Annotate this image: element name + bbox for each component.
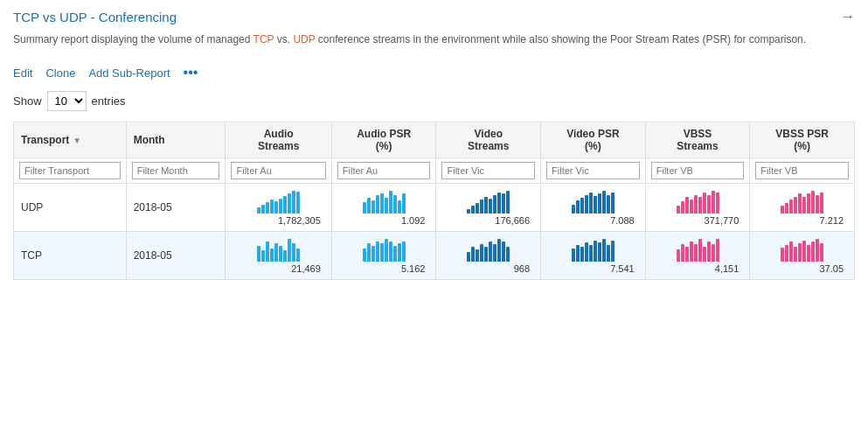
- mini-chart: [548, 237, 638, 262]
- clone-button[interactable]: Clone: [45, 66, 75, 80]
- col-header-vbss-psr: VBSS PSR(%): [750, 122, 855, 158]
- bar: [677, 206, 680, 214]
- chart-value: 371,770: [653, 215, 743, 226]
- bar: [261, 205, 265, 214]
- bar: [820, 192, 823, 214]
- mini-chart: [233, 189, 323, 214]
- bar: [611, 241, 615, 262]
- mini-chart: [653, 237, 743, 262]
- bar: [393, 246, 397, 262]
- mini-chart: [757, 189, 847, 214]
- cell-chart-2: 968: [436, 232, 541, 280]
- chart-value: 176,666: [443, 215, 533, 226]
- table-row: UDP2018-051,782,3051.092176,6667.088371,…: [14, 184, 855, 232]
- filter-input-7[interactable]: [755, 162, 849, 179]
- bar: [279, 246, 282, 262]
- col-header-audio-psr: Audio PSR(%): [331, 122, 436, 158]
- col-header-month: Month: [126, 122, 226, 158]
- bar: [789, 200, 793, 214]
- filter-cell-0: [14, 158, 127, 184]
- filter-input-2[interactable]: [231, 162, 325, 179]
- mini-chart: [653, 189, 743, 214]
- col-header-transport: Transport ▼: [14, 122, 127, 158]
- cell-chart-4: 4,151: [645, 232, 750, 280]
- bar: [402, 242, 406, 262]
- more-options-button[interactable]: •••: [184, 65, 198, 80]
- bar: [385, 239, 388, 262]
- cell-chart-3: 7.541: [541, 232, 646, 280]
- bar: [363, 248, 366, 262]
- bar: [266, 202, 269, 214]
- bar: [497, 239, 501, 262]
- edit-button[interactable]: Edit: [13, 66, 32, 80]
- cell-chart-3: 7.088: [541, 184, 646, 232]
- bar: [798, 193, 802, 214]
- entries-label: entries: [92, 94, 126, 108]
- chart-value: 5.162: [339, 263, 429, 274]
- bar: [712, 244, 715, 262]
- bar: [292, 191, 295, 214]
- chart-value: 7.212: [757, 215, 847, 226]
- bar: [484, 247, 488, 262]
- mini-chart: [339, 237, 429, 262]
- show-label: Show: [13, 94, 42, 108]
- bar: [607, 245, 610, 262]
- bar: [288, 239, 291, 262]
- bar: [493, 195, 496, 214]
- bar: [816, 195, 819, 214]
- bar: [781, 206, 784, 214]
- filter-row: [14, 158, 855, 184]
- bar: [372, 200, 375, 214]
- bar: [807, 193, 810, 214]
- bar: [489, 199, 492, 214]
- bar: [484, 197, 488, 214]
- col-header-video-streams: VideoStreams: [436, 122, 541, 158]
- mini-chart: [233, 237, 323, 262]
- bar: [703, 247, 706, 262]
- col-header-video-psr: Video PSR(%): [541, 122, 646, 158]
- bar: [716, 239, 719, 262]
- bar: [681, 244, 684, 262]
- bar: [480, 244, 483, 262]
- navigate-icon[interactable]: →: [841, 9, 855, 24]
- bar: [367, 243, 371, 262]
- bar: [380, 243, 384, 262]
- filter-input-4[interactable]: [441, 162, 535, 179]
- bar: [811, 242, 815, 262]
- chart-value: 4,151: [653, 263, 743, 274]
- cell-chart-1: 5.162: [331, 232, 436, 280]
- bar: [402, 193, 406, 214]
- bar: [476, 203, 479, 214]
- bar: [781, 248, 784, 262]
- bar: [589, 192, 593, 214]
- bar: [580, 247, 584, 262]
- bar: [257, 246, 260, 262]
- filter-input-1[interactable]: [132, 162, 220, 179]
- bar: [798, 243, 802, 262]
- filter-input-3[interactable]: [337, 162, 431, 179]
- bar: [802, 241, 806, 262]
- bar: [389, 242, 392, 262]
- bar: [502, 193, 505, 214]
- sort-icon[interactable]: ▼: [73, 136, 81, 145]
- bar: [292, 243, 295, 262]
- filter-input-0[interactable]: [19, 162, 121, 179]
- filter-input-6[interactable]: [651, 162, 745, 179]
- entries-select[interactable]: 10 25 50: [47, 91, 87, 111]
- mini-chart: [757, 237, 847, 262]
- bar: [789, 242, 793, 262]
- cell-chart-4: 371,770: [645, 184, 750, 232]
- bar: [685, 247, 689, 262]
- bar: [506, 247, 510, 262]
- bar: [677, 249, 680, 262]
- bar: [807, 245, 810, 262]
- filter-cell-2: [226, 158, 331, 184]
- filter-input-5[interactable]: [546, 162, 640, 179]
- cell-transport: TCP: [14, 232, 127, 280]
- bar: [594, 241, 597, 262]
- cell-month: 2018-05: [126, 184, 226, 232]
- bar: [785, 203, 788, 214]
- bar: [372, 246, 375, 262]
- add-sub-report-button[interactable]: Add Sub-Report: [88, 66, 170, 80]
- bar: [598, 193, 601, 214]
